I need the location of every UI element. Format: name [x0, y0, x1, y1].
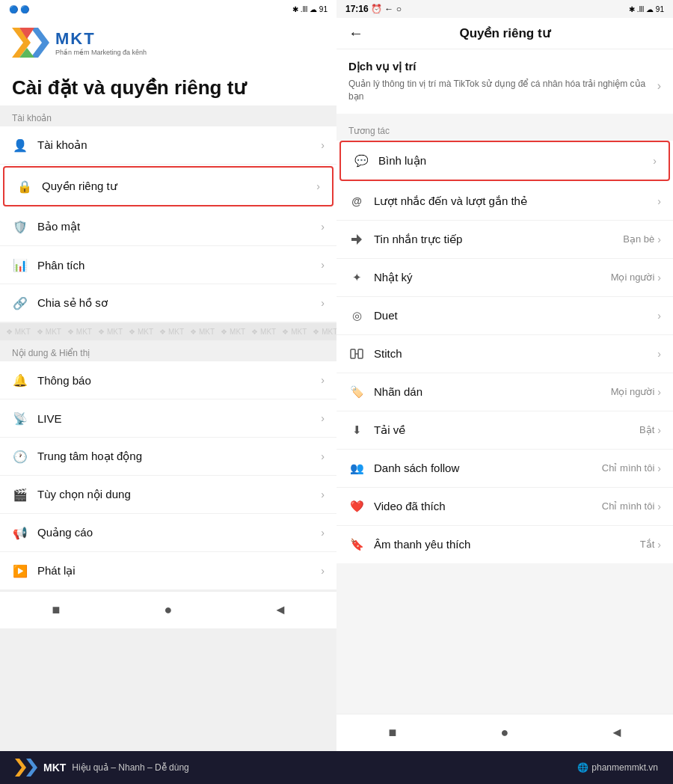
menu-item-fav-sounds[interactable]: 🔖 Âm thanh yêu thích Tắt ›: [336, 526, 673, 563]
privacy-label: Quyền riêng tư: [42, 180, 316, 193]
menu-item-duet[interactable]: ◎ Duet ›: [336, 297, 673, 335]
watermark-text: ❖ MKT ❖ MKT ❖ MKT ❖ MKT ❖ MKT ❖ MKT ❖ MK…: [0, 328, 336, 336]
liked-videos-arrow: ›: [657, 500, 661, 512]
menu-item-replay[interactable]: ▶️ Phát lại ›: [0, 552, 336, 589]
location-desc: Quản lý thông tin vị trí mà TikTok sử dụ…: [348, 78, 657, 103]
account-icon: 👤: [12, 137, 28, 153]
content-options-label: Tùy chọn nội dung: [37, 488, 321, 501]
notifications-icon: 🔔: [12, 372, 28, 388]
menu-item-analytics[interactable]: 📊 Phân tích ›: [0, 246, 336, 284]
menu-item-comments[interactable]: 💬 Bình luận ›: [339, 141, 670, 181]
svg-marker-9: [26, 759, 37, 777]
follow-list-value: Chỉ mình tôi: [602, 462, 654, 474]
right-nav-back[interactable]: ◄: [606, 723, 627, 744]
menu-item-content-options[interactable]: 🎬 Tùy chọn nội dung ›: [0, 476, 336, 514]
content-options-icon: 🎬: [12, 486, 28, 503]
account-menu-group: 👤 Tài khoản › 🔒 Quyền riêng tư › 🛡️ Bảo …: [0, 126, 336, 322]
logo-mkt-text: MKT: [55, 29, 147, 49]
diary-arrow: ›: [657, 272, 661, 284]
liked-videos-icon: ❤️: [348, 498, 365, 515]
menu-item-follow-list[interactable]: 👥 Danh sách follow Chỉ mình tôi ›: [336, 450, 673, 488]
left-status-icons: ✱ .lll ☁ 91: [292, 5, 328, 13]
watermark-strip: ❖ MKT ❖ MKT ❖ MKT ❖ MKT ❖ MKT ❖ MKT ❖ MK…: [0, 323, 336, 340]
notifications-arrow: ›: [321, 374, 325, 386]
fav-sounds-arrow: ›: [657, 539, 661, 551]
right-nav-bar: ■ ● ◄: [336, 714, 673, 751]
menu-item-stickers[interactable]: 🏷️ Nhãn dán Mọi người ›: [336, 373, 673, 411]
stickers-value: Mọi người: [611, 386, 655, 397]
mentions-label: Lượt nhắc đến và lượt gắn thẻ: [374, 195, 657, 208]
stitch-arrow: ›: [657, 348, 661, 360]
right-nav-circle[interactable]: ●: [494, 723, 515, 744]
stickers-label: Nhãn dán: [374, 385, 611, 398]
diary-label: Nhật ký: [374, 271, 611, 284]
replay-icon: ▶️: [12, 563, 28, 579]
section-content-label: Nội dung & Hiển thị: [0, 340, 336, 361]
logo-text: MKT Phần mềm Marketing đa kênh: [55, 29, 147, 56]
live-arrow: ›: [321, 412, 325, 424]
svg-rect-5: [351, 349, 355, 358]
security-arrow: ›: [321, 221, 325, 233]
live-label: LIVE: [37, 412, 321, 425]
menu-item-notifications[interactable]: 🔔 Thông báo ›: [0, 361, 336, 399]
menu-item-mentions[interactable]: @ Lượt nhắc đến và lượt gắn thẻ ›: [336, 183, 673, 221]
menu-item-live[interactable]: 📡 LIVE ›: [0, 399, 336, 438]
nav-circle[interactable]: ●: [158, 600, 179, 621]
download-arrow: ›: [657, 424, 661, 436]
dm-arrow: ›: [657, 233, 661, 245]
duet-label: Duet: [374, 309, 657, 322]
footer-website-url: phanmemmkt.vn: [591, 762, 658, 773]
back-button[interactable]: ←: [348, 25, 363, 42]
dm-icon: [348, 231, 365, 248]
svg-rect-6: [358, 349, 363, 358]
footer-right: 🌐 phanmemmkt.vn: [577, 762, 658, 773]
menu-item-download[interactable]: ⬇ Tải về Bật ›: [336, 411, 673, 450]
footer-left: MKT Hiệu quả – Nhanh – Dễ dùng: [15, 756, 189, 779]
menu-item-security[interactable]: 🛡️ Bảo mật ›: [0, 208, 336, 246]
nav-square[interactable]: ■: [46, 600, 67, 621]
dm-label: Tin nhắn trực tiếp: [374, 233, 623, 246]
stitch-icon: [348, 346, 365, 362]
menu-item-stitch[interactable]: Stitch ›: [336, 335, 673, 373]
footer-mkt-text: MKT: [43, 762, 66, 774]
notifications-label: Thông báo: [37, 374, 321, 387]
right-status-time: 17:16 ⏰ ← ○: [345, 4, 402, 14]
location-arrow[interactable]: ›: [657, 79, 661, 93]
footer-website-icon: 🌐: [577, 762, 589, 773]
ads-label: Quảng cáo: [37, 526, 321, 539]
follow-list-icon: 👥: [348, 460, 365, 477]
menu-item-liked-videos[interactable]: ❤️ Video đã thích Chỉ mình tôi ›: [336, 488, 673, 526]
download-value: Bật: [639, 424, 654, 435]
menu-item-account[interactable]: 👤 Tài khoản ›: [0, 126, 336, 165]
page-title: Cài đặt và quyền riêng tư: [0, 67, 336, 105]
ads-arrow: ›: [321, 527, 325, 539]
left-nav-bar: ■ ● ◄: [0, 591, 336, 628]
svg-marker-4: [351, 234, 362, 245]
menu-item-activity-center[interactable]: 🕐 Trung tâm hoạt động ›: [0, 438, 336, 476]
right-nav-square[interactable]: ■: [382, 723, 403, 744]
menu-item-privacy[interactable]: 🔒 Quyền riêng tư ›: [3, 166, 334, 206]
menu-item-ads[interactable]: 📢 Quảng cáo ›: [0, 514, 336, 552]
comments-icon: 💬: [353, 153, 369, 169]
menu-item-share-profile[interactable]: 🔗 Chia sẻ hồ sơ ›: [0, 284, 336, 322]
menu-item-diary[interactable]: ✦ Nhật ký Mọi người ›: [336, 259, 673, 297]
share-profile-arrow: ›: [321, 297, 325, 309]
interaction-menu-group: 💬 Bình luận › @ Lượt nhắc đến và lượt gắ…: [336, 141, 673, 563]
section-account-label: Tài khoản: [0, 105, 336, 126]
follow-list-label: Danh sách follow: [374, 462, 602, 474]
security-label: Bảo mật: [37, 220, 321, 233]
content-menu-group: 🔔 Thông báo › 📡 LIVE › 🕐 Trung tâm hoạt …: [0, 361, 336, 589]
share-profile-icon: 🔗: [12, 295, 28, 311]
menu-item-direct-messages[interactable]: Tin nhắn trực tiếp Bạn bè ›: [336, 221, 673, 259]
liked-videos-label: Video đã thích: [374, 500, 602, 512]
privacy-arrow: ›: [316, 180, 320, 192]
ads-icon: 📢: [12, 524, 28, 541]
account-label: Tài khoản: [37, 138, 321, 152]
duet-arrow: ›: [657, 310, 661, 322]
fav-sounds-value: Tắt: [640, 539, 655, 550]
svg-marker-1: [31, 28, 49, 58]
duet-icon: ◎: [348, 307, 365, 324]
privacy-icon: 🔒: [16, 178, 33, 195]
nav-back[interactable]: ◄: [270, 600, 291, 621]
footer-logo-icon: [15, 756, 37, 779]
